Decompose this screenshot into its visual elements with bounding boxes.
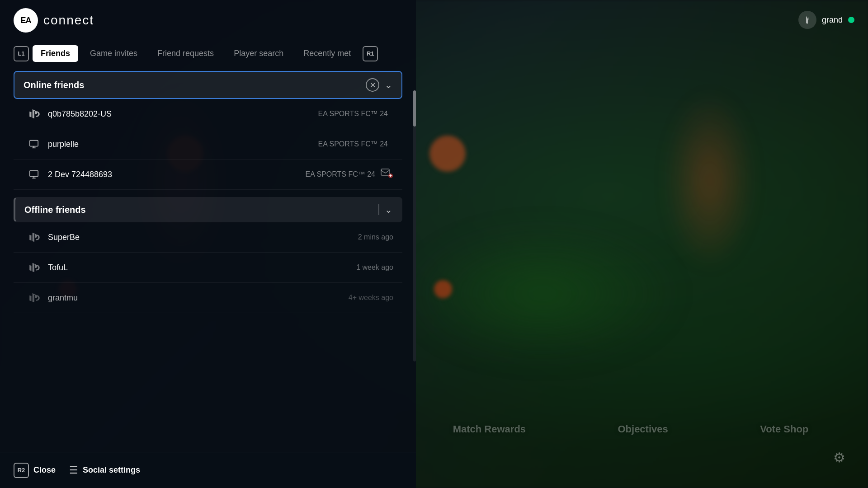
friend-name: q0b785b8202-US	[48, 109, 318, 119]
offline-chevron-icon[interactable]: ⌄	[385, 204, 392, 215]
friend-row[interactable]: 2 Dev 724488693 EA SPORTS FC™ 24	[14, 160, 402, 190]
user-area: grand	[798, 11, 854, 29]
online-status-dot	[848, 17, 854, 23]
social-settings-label: Social settings	[83, 465, 140, 475]
bg-figure-right	[665, 90, 755, 271]
bg-circle-2	[429, 136, 466, 172]
friend-name: grantmu	[48, 293, 349, 303]
bg-gear-icon: ⚙	[833, 450, 845, 465]
r2-badge: R2	[14, 463, 29, 478]
background-menu: Match Rewards Objectives Vote Shop	[407, 407, 854, 452]
close-label: Close	[33, 465, 56, 475]
scroll-thumb[interactable]	[413, 90, 416, 127]
username-label: grand	[822, 15, 843, 25]
tab-recently-met[interactable]: Recently met	[295, 45, 359, 62]
friend-game: EA SPORTS FC™ 24	[318, 110, 388, 118]
platform-icon-playstation	[27, 230, 41, 244]
online-header-controls: ✕ ⌄	[366, 78, 392, 92]
social-settings-button[interactable]: ☰ Social settings	[69, 465, 140, 476]
user-platform-icon	[798, 11, 816, 29]
offline-header-controls: ⌄	[378, 204, 392, 215]
friend-row[interactable]: purplelle EA SPORTS FC™ 24	[14, 129, 402, 160]
header: EA connect	[0, 0, 416, 41]
settings-icon: ☰	[69, 465, 78, 476]
friends-container: Online friends ✕ ⌄ q0b785b8202-US EA SPO…	[0, 71, 416, 313]
bg-menu-objectives: Objectives	[618, 423, 668, 435]
platform-icon-playstation	[27, 261, 41, 274]
online-chevron-icon[interactable]: ⌄	[385, 80, 392, 90]
tab-game-invites[interactable]: Game invites	[82, 45, 146, 62]
bottom-bar: R2 Close ☰ Social settings	[0, 452, 416, 488]
platform-icon-playstation	[27, 107, 41, 121]
svg-rect-0	[30, 141, 38, 146]
header-divider	[378, 204, 379, 215]
bg-menu-match-rewards: Match Rewards	[453, 423, 526, 435]
svg-rect-3	[30, 171, 38, 177]
ea-logo: EA	[14, 8, 38, 33]
close-button[interactable]: R2 Close	[14, 463, 56, 478]
platform-icon-monitor	[27, 137, 41, 151]
friend-name: SuperBe	[48, 233, 358, 242]
friend-row[interactable]: grantmu 4+ weeks ago	[14, 283, 402, 313]
friend-game: EA SPORTS FC™ 24	[306, 170, 375, 178]
platform-icon-playstation	[27, 291, 41, 305]
scroll-track[interactable]	[413, 90, 416, 361]
online-friends-title: Online friends	[24, 80, 84, 90]
friend-row[interactable]: q0b785b8202-US EA SPORTS FC™ 24	[14, 99, 402, 129]
svg-rect-6	[381, 169, 389, 175]
friend-game: EA SPORTS FC™ 24	[318, 140, 388, 148]
tab-player-search[interactable]: Player search	[226, 45, 292, 62]
friend-row[interactable]: TofuL 1 week ago	[14, 253, 402, 283]
bg-menu-vote-shop: Vote Shop	[760, 423, 808, 435]
online-friends-header[interactable]: Online friends ✕ ⌄	[14, 71, 402, 99]
friend-name: purplelle	[48, 140, 318, 149]
friend-name: 2 Dev 724488693	[48, 170, 306, 179]
tab-friends[interactable]: Friends	[33, 45, 78, 62]
nav-tabs: L1 Friends Game invites Friend requests …	[0, 45, 416, 62]
platform-icon-monitor2	[27, 168, 41, 181]
offline-friends-header[interactable]: Offline friends ⌄	[14, 197, 402, 222]
friend-time: 4+ weeks ago	[349, 294, 393, 302]
clear-button[interactable]: ✕	[366, 78, 379, 92]
offline-friends-title: Offline friends	[24, 205, 86, 215]
friend-name: TofuL	[48, 263, 356, 272]
friend-time: 1 week ago	[356, 263, 393, 272]
r1-badge: R1	[363, 46, 378, 61]
invite-icon	[381, 169, 393, 181]
main-panel: EA connect L1 Friends Game invites Frien…	[0, 0, 416, 488]
brand-name: connect	[43, 13, 94, 28]
l1-badge: L1	[14, 46, 29, 61]
bg-circle-4	[434, 280, 452, 298]
tab-friend-requests[interactable]: Friend requests	[149, 45, 222, 62]
friend-row[interactable]: SuperBe 2 mins ago	[14, 222, 402, 253]
friend-time: 2 mins ago	[358, 233, 393, 241]
